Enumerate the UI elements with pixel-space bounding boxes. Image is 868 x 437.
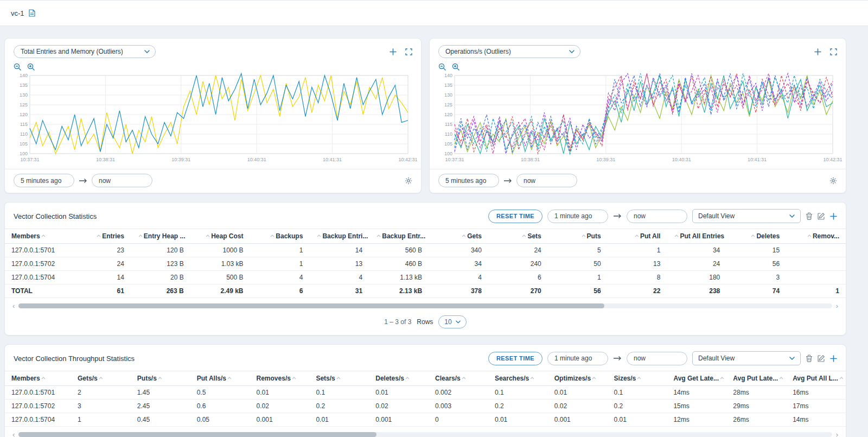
value-cell xyxy=(786,271,846,284)
column-header[interactable]: Heap Cost xyxy=(190,229,250,244)
metric-select-value: Operations/s (Outliers) xyxy=(445,48,511,55)
table-row[interactable]: 127.0.0.1:570224123 B1.03 kB113460 B3424… xyxy=(5,257,846,271)
page-size-select[interactable]: 10 xyxy=(438,315,466,328)
column-header[interactable]: Backup Entr... xyxy=(369,229,429,244)
view-select[interactable]: Default View xyxy=(692,351,801,365)
column-header[interactable]: Sets xyxy=(488,229,548,244)
table-row[interactable]: 127.0.0.1:57041420 B500 B441.13 kB461818… xyxy=(5,271,846,284)
time-from-input[interactable] xyxy=(547,352,608,365)
sort-caret-icon xyxy=(97,235,101,237)
value-cell: 15ms xyxy=(667,400,726,413)
settings-gear-icon[interactable] xyxy=(829,177,837,185)
column-header[interactable]: Avg Get Late... xyxy=(667,371,726,386)
scrollbar-track[interactable] xyxy=(18,303,832,308)
value-cell: 0.01 xyxy=(548,386,608,400)
add-chart-icon[interactable] xyxy=(814,48,821,55)
column-header[interactable]: Sets/s xyxy=(309,371,369,386)
column-header[interactable]: Put Alls/s xyxy=(190,371,250,386)
add-view-icon[interactable] xyxy=(830,355,837,362)
column-header[interactable]: Deletes xyxy=(726,229,786,244)
scrollbar-thumb[interactable] xyxy=(18,303,604,308)
add-view-icon[interactable] xyxy=(830,213,837,220)
value-cell: 61 xyxy=(71,284,131,298)
time-to-input[interactable] xyxy=(516,174,577,187)
entries-line-chart[interactable]: 10010511011512012513013514010:37:3110:38… xyxy=(14,72,412,166)
column-header[interactable]: Puts/s xyxy=(131,371,190,386)
reset-time-button[interactable]: RESET TIME xyxy=(488,352,542,365)
column-header[interactable]: Backup Entri... xyxy=(309,229,369,244)
value-cell: 24 xyxy=(667,257,726,271)
value-cell: 2.13 kB xyxy=(369,284,429,298)
scroll-left-icon[interactable]: ‹ xyxy=(11,431,16,437)
edit-view-icon[interactable] xyxy=(818,212,825,220)
chevron-down-icon xyxy=(456,320,461,324)
time-to-input[interactable] xyxy=(92,174,152,187)
page-size-value: 10 xyxy=(444,318,451,326)
column-header[interactable]: Members xyxy=(5,229,71,244)
column-header[interactable]: Gets/s xyxy=(71,371,131,386)
edit-view-icon[interactable] xyxy=(818,354,825,362)
column-header[interactable]: Deletes/s xyxy=(369,371,429,386)
reset-time-button[interactable]: RESET TIME xyxy=(488,210,542,223)
sort-caret-icon xyxy=(751,235,755,237)
zoom-in-icon[interactable] xyxy=(27,63,35,71)
column-header[interactable]: Sizes/s xyxy=(608,371,667,386)
value-cell: 14ms xyxy=(667,386,726,400)
delete-view-icon[interactable] xyxy=(806,212,813,220)
zoom-controls xyxy=(438,63,837,71)
time-from-input[interactable] xyxy=(438,174,499,187)
view-select[interactable]: Default View xyxy=(692,209,801,223)
svg-text:110: 110 xyxy=(20,131,28,137)
zoom-out-icon[interactable] xyxy=(14,63,22,71)
sort-caret-icon xyxy=(462,235,466,237)
column-header[interactable]: Gets xyxy=(429,229,488,244)
sort-caret-icon xyxy=(462,377,466,379)
table-row[interactable]: 127.0.0.1:570232.450.60.020.20.020.0030.… xyxy=(5,400,846,413)
column-header[interactable]: Entries xyxy=(71,229,131,244)
column-header[interactable]: Put All xyxy=(608,229,667,244)
document-icon[interactable] xyxy=(29,9,35,17)
column-header[interactable]: Searches/s xyxy=(488,371,548,386)
scroll-right-icon[interactable]: › xyxy=(835,431,839,437)
zoom-out-icon[interactable] xyxy=(438,63,446,71)
table-row[interactable]: 127.0.0.1:570123120 B1000 B114560 B34024… xyxy=(5,244,846,257)
total-row: TOTAL61263 B2.49 kB6312.13 kB37827056222… xyxy=(5,284,846,298)
column-header[interactable]: Avg Put Late... xyxy=(726,371,786,386)
zoom-in-icon[interactable] xyxy=(452,63,460,71)
column-header[interactable]: Clears/s xyxy=(429,371,488,386)
add-chart-icon[interactable] xyxy=(390,48,397,55)
operations-line-chart[interactable]: 10010511011512012513013514010:37:3110:38… xyxy=(438,72,837,166)
time-from-input[interactable] xyxy=(547,210,608,223)
settings-gear-icon[interactable] xyxy=(405,177,412,185)
column-header[interactable]: Put All Entries xyxy=(667,229,726,244)
column-header[interactable]: Avg Put All L... xyxy=(786,371,846,386)
scrollbar-track[interactable] xyxy=(18,432,832,437)
column-header[interactable]: Puts xyxy=(548,229,608,244)
delete-view-icon[interactable] xyxy=(806,354,813,362)
time-from-input[interactable] xyxy=(14,174,74,187)
vector-collection-throughput-panel: Vector Collection Throughput Statistics … xyxy=(4,344,846,437)
metric-select[interactable]: Total Entries and Memory (Outliers) xyxy=(14,45,156,58)
column-header[interactable]: Entry Heap ... xyxy=(131,229,190,244)
time-to-input[interactable] xyxy=(627,352,687,365)
fullscreen-icon[interactable] xyxy=(405,48,412,55)
table-row[interactable]: 127.0.0.1:570410.450.050.0010.010.00100.… xyxy=(5,413,846,427)
column-header[interactable]: Backups xyxy=(250,229,310,244)
scroll-right-icon[interactable]: › xyxy=(835,302,839,309)
svg-text:140: 140 xyxy=(444,73,452,78)
column-header[interactable]: Remov... xyxy=(786,229,846,244)
sort-caret-icon xyxy=(674,235,679,237)
scroll-left-icon[interactable]: ‹ xyxy=(11,302,16,309)
metric-select[interactable]: Operations/s (Outliers) xyxy=(438,45,580,58)
fullscreen-icon[interactable] xyxy=(830,48,837,55)
svg-text:110: 110 xyxy=(445,131,452,137)
sort-caret-icon xyxy=(206,235,210,237)
column-header[interactable]: Removes/s xyxy=(250,371,310,386)
time-to-input[interactable] xyxy=(627,210,687,223)
member-cell: 127.0.0.1:5702 xyxy=(5,257,71,271)
scrollbar-thumb[interactable] xyxy=(18,432,376,437)
value-cell: 238 xyxy=(667,284,726,298)
table-row[interactable]: 127.0.0.1:570121.450.50.010.10.010.0020.… xyxy=(5,386,846,400)
column-header[interactable]: Members xyxy=(5,371,71,386)
column-header[interactable]: Optimizes/s xyxy=(548,371,608,386)
